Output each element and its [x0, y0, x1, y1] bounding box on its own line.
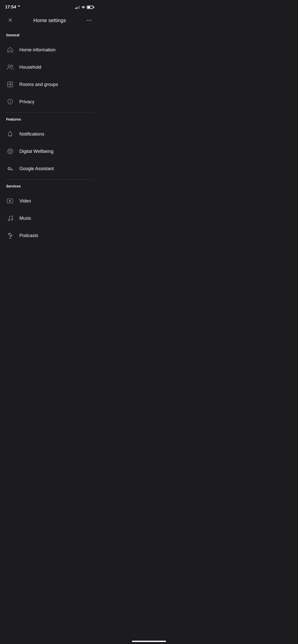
close-icon: ✕	[8, 17, 12, 24]
assistant-icon	[6, 165, 14, 173]
svg-point-9	[8, 149, 13, 154]
more-button[interactable]	[84, 15, 94, 25]
music-label: Music	[19, 216, 31, 221]
close-button[interactable]: ✕	[5, 15, 15, 25]
video-label: Video	[19, 198, 31, 204]
status-bar: 17:54	[0, 0, 99, 13]
sidebar-item-household[interactable]: Household	[0, 58, 99, 76]
digital-wellbeing-label: Digital Wellbeing	[19, 149, 53, 154]
video-icon	[6, 197, 14, 205]
more-icon	[87, 20, 91, 21]
household-label: Household	[19, 65, 41, 70]
svg-point-15	[11, 169, 12, 170]
people-icon	[6, 63, 14, 71]
home-icon	[6, 46, 14, 54]
battery-icon	[87, 6, 94, 9]
section-features: Features Notifications Digital Wellbeing	[0, 115, 99, 177]
music-icon	[6, 214, 14, 222]
status-time: 17:54	[5, 5, 20, 10]
divider-general-features	[6, 112, 93, 113]
svg-point-0	[8, 65, 10, 67]
sidebar-item-music[interactable]: Music	[0, 210, 99, 227]
sidebar-item-google-assistant[interactable]: Google Assistant	[0, 160, 99, 177]
svg-rect-5	[10, 84, 11, 85]
sidebar-item-notifications[interactable]: Notifications	[0, 125, 99, 143]
sidebar-item-digital-wellbeing[interactable]: Digital Wellbeing	[0, 143, 99, 160]
section-label-features: Features	[0, 115, 99, 125]
notifications-label: Notifications	[19, 131, 44, 137]
svg-point-10	[9, 150, 10, 151]
svg-marker-17	[9, 200, 11, 202]
section-general: General Home information Household	[0, 31, 99, 110]
sidebar-item-podcasts[interactable]: Podcasts	[0, 227, 99, 244]
sidebar-item-video[interactable]: Video	[0, 192, 99, 210]
svg-point-20	[9, 234, 11, 236]
svg-point-6	[10, 101, 11, 102]
wellbeing-icon	[6, 147, 14, 155]
divider-features-services	[6, 179, 93, 180]
rooms-groups-label: Rooms and groups	[19, 82, 58, 87]
page-title: Home settings	[33, 18, 66, 23]
google-assistant-label: Google Assistant	[19, 166, 54, 171]
sidebar-item-privacy[interactable]: Privacy	[0, 93, 99, 110]
wifi-icon	[81, 5, 85, 9]
svg-point-1	[11, 65, 13, 67]
section-services: Services Video Music	[0, 182, 99, 244]
sidebar-item-rooms-groups[interactable]: Rooms and groups	[0, 76, 99, 93]
section-label-general: General	[0, 31, 99, 41]
home-information-label: Home information	[19, 47, 56, 53]
svg-point-11	[11, 150, 12, 151]
section-label-services: Services	[0, 182, 99, 192]
time-display: 17:54	[5, 5, 16, 10]
location-icon	[17, 5, 20, 9]
podcasts-label: Podcasts	[19, 233, 38, 238]
sidebar-item-home-information[interactable]: Home information	[0, 41, 99, 58]
rooms-icon	[6, 80, 14, 89]
bell-icon	[6, 130, 14, 138]
top-bar: ✕ Home settings	[0, 13, 99, 31]
signal-icon	[75, 5, 80, 9]
podcasts-icon	[6, 231, 14, 240]
privacy-label: Privacy	[19, 99, 34, 105]
privacy-icon	[6, 98, 14, 106]
svg-point-13	[8, 168, 10, 169]
status-icons	[75, 5, 94, 9]
